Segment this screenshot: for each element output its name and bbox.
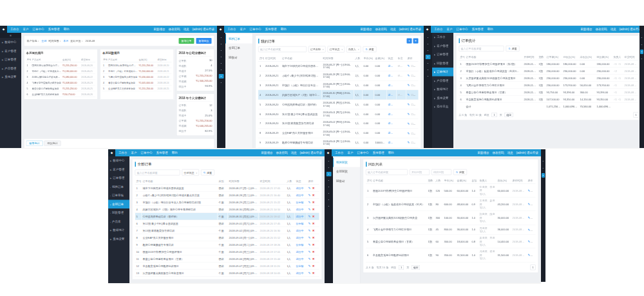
table-row[interactable]: 12 市县教育系统心理教师轮训项目 团训 2018-09-07 [周五] (09… xyxy=(135,263,319,270)
table-row[interactable]: 8 2018-08-19 企业EAP员工关怀服务项目 2018-09-03 [周… xyxy=(258,128,419,138)
edit-icon[interactable]: ✎ xyxy=(408,64,410,68)
topnav-user-item[interactable]: (admin) 退出登录 xyxy=(299,151,322,155)
sidebar-item[interactable]: ▶数据中心 xyxy=(108,156,129,165)
table-row[interactable]: 2 2018-08-21 小组个+青少年(深圳/福田2期)心理成长重点关注营 2… xyxy=(258,71,419,80)
search-button[interactable]: 搜索 xyxy=(201,170,214,176)
module-icon[interactable]: ▪ xyxy=(327,165,332,170)
edit-icon[interactable]: ✎ xyxy=(528,189,531,192)
sidebar-item[interactable]: ▪产品库 xyxy=(108,217,129,227)
edit-icon[interactable]: ✎ xyxy=(308,208,311,211)
customer-filter-link[interactable]: 全部 xyxy=(42,39,47,43)
topnav-user-item[interactable]: 修改密码 xyxy=(375,27,386,32)
submenu-item[interactable]: 我的回款 xyxy=(333,158,360,167)
add-payment-button[interactable]: 新增回款 xyxy=(196,38,212,44)
edit-icon[interactable]: ✎ xyxy=(308,257,311,261)
table-row[interactable]: 8 企业EAP员工关怀服务项目 团训 2018-09-03 [周一] (09:0… xyxy=(135,234,319,241)
module-icon[interactable]: ▪ xyxy=(426,48,431,53)
edit-icon[interactable]: ✎ xyxy=(308,272,311,275)
table-row[interactable]: 5 企业EAP员工关怀服务项目 ¥1,255,256.00 2018-08-25 xyxy=(102,86,172,91)
table-row[interactable]: 6 企业EAP员工关怀服务项目 ¥150,750.00 2018-08-26 xyxy=(26,91,96,97)
topnav-user-item[interactable]: 修改密码 xyxy=(595,27,607,32)
delete-icon[interactable]: ✖ xyxy=(312,236,315,239)
topnav-menu-item[interactable]: 客户 xyxy=(240,27,246,32)
table-row[interactable]: 2 市场行（小组）精英成长心理训练营 ¥1,200,000.00 2018-08… xyxy=(102,68,172,74)
sidebar-item[interactable]: ▪我的订单 xyxy=(108,183,129,192)
edit-icon[interactable]: ✎ xyxy=(308,250,311,254)
sidebar-item[interactable]: ▶数据统计 xyxy=(432,85,453,94)
table-row[interactable]: 3 飞鹰计划中层领导力提升项目 ¥1,030,000.00 2018-08-22 xyxy=(102,74,172,80)
keyword-input[interactable] xyxy=(459,46,504,51)
topnav-menu-item[interactable]: 系统管理 xyxy=(156,151,168,155)
sidebar-item[interactable]: ▶系统设置 xyxy=(432,94,453,103)
sidebar-item[interactable]: ▶操作日志 xyxy=(432,102,453,111)
module-icon[interactable]: ▪ xyxy=(219,80,224,85)
edit-icon[interactable]: ✎ xyxy=(308,236,311,239)
topnav-user-item[interactable]: 消息 xyxy=(507,151,513,155)
audit-icon[interactable]: □ xyxy=(412,93,413,97)
topnav-menu-item[interactable]: 帮助 xyxy=(172,151,178,155)
submenu-item[interactable]: 回收站 xyxy=(225,53,252,62)
topnav-menu-item[interactable]: 帮助 xyxy=(388,151,394,155)
table-row[interactable]: 3 2018年第K1期心理咨询师基础培训 ¥1,080,000.00 2018-… xyxy=(26,74,96,80)
delete-icon[interactable]: ✖ xyxy=(312,243,315,246)
topnav-menu-item[interactable]: 工作台 xyxy=(227,27,236,32)
module-icon[interactable]: ▪ xyxy=(426,35,431,40)
page-number-button[interactable]: 1 xyxy=(634,113,639,118)
table-row[interactable]: 4 飞鹰计划中层领导力心理提升项目 2018-11-26 1期 230,000.… xyxy=(459,82,639,89)
sidebar-item[interactable]: ▶数据统计 xyxy=(108,226,129,235)
edit-icon[interactable]: ✎ xyxy=(308,264,311,268)
sidebar-toggle-icon[interactable]: ≡ xyxy=(0,33,21,38)
table-row[interactable]: 1 国测2018年秋季招生心理测评项目 ¥1,255,256.00 2018-0… xyxy=(26,62,96,68)
module-icon[interactable]: ▪ xyxy=(219,74,224,79)
table-row[interactable]: 4 飞鹰计划中层领导力心理提升项目 1期 45 800.00 36,000.00… xyxy=(366,225,536,235)
filter-select[interactable]: 订单类型▾ xyxy=(308,46,326,53)
table-row[interactable]: 1 国测2018年秋季招生心理测评项目（第2期） 2018-11-25 1期 1… xyxy=(459,60,639,68)
edit-icon[interactable]: ✎ xyxy=(408,122,410,125)
sidebar-item[interactable]: ▶工作台 xyxy=(432,33,453,42)
audit-icon[interactable]: □ xyxy=(412,64,413,68)
filter-select[interactable]: 订单状态▾ xyxy=(328,46,345,53)
topnav-menu-item[interactable]: 订单中心 xyxy=(457,27,468,32)
module-icon[interactable]: ▪ xyxy=(640,57,643,61)
sidebar-item[interactable]: ▶订单管理 xyxy=(108,174,129,183)
edit-icon[interactable]: ✎ xyxy=(308,187,311,190)
edit-icon[interactable]: ✎ xyxy=(528,228,531,231)
table-row[interactable]: 10 国测2018年秋季招生心理测评项目 个测 2018-09-05 [周三] … xyxy=(135,248,319,255)
sidebar-item[interactable]: ▪订单审核 xyxy=(108,191,129,200)
sidebar-item[interactable]: ▶产品管理 xyxy=(0,64,21,73)
edit-icon[interactable]: ✎ xyxy=(408,84,410,87)
sidebar-item[interactable]: ▪回款管理 xyxy=(108,208,129,217)
search-button[interactable]: 搜索 xyxy=(363,46,377,52)
submenu-item[interactable]: 我的订单 xyxy=(225,34,252,44)
topnav-menu-item[interactable]: 客户 xyxy=(447,27,453,32)
audit-icon[interactable]: □ xyxy=(412,122,413,125)
table-row[interactable]: 7 第13期 家庭教育指导师培训 个测 2018-09-02 [周日] (09:… xyxy=(135,227,319,234)
topnav-menu-item[interactable]: 订单中心 xyxy=(357,151,369,155)
audit-icon[interactable]: □ xyxy=(412,141,413,144)
module-icon[interactable]: ▪ xyxy=(327,204,332,208)
topnav-menu-item[interactable]: 系统管理 xyxy=(472,27,484,32)
header-action-button[interactable]: ≡ xyxy=(413,39,419,44)
table-row[interactable]: 4 飞鹰计划中层领导力提升项目 ¥1,008,000.00 2018-08-23 xyxy=(26,80,96,86)
delete-icon[interactable]: ✖ xyxy=(312,264,315,268)
table-row[interactable]: 6 2018-08-20 第12期 青少年EQ夏令营训练营 2018-09-01… xyxy=(258,109,419,119)
edit-icon[interactable]: ✎ xyxy=(408,103,410,106)
app-logo-icon[interactable]: ◆ xyxy=(108,149,115,156)
table-row[interactable]: 9 教师心理健康辅导专项培训 个测 2018-09-04 [周二] (09:00… xyxy=(135,241,319,248)
table-row[interactable]: 5 春蕾公益心理援助基金项目（甘肃） 1期 60 300.00 18,000.0… xyxy=(366,235,536,248)
module-icon[interactable]: ▪ xyxy=(327,178,332,183)
topnav-menu-item[interactable]: 客户 xyxy=(131,151,137,155)
keyword-input[interactable] xyxy=(258,46,307,52)
table-row[interactable]: 7 2018-08-20 第13期 家庭教育指导师培训 2018-09-02 [… xyxy=(258,119,419,129)
edit-icon[interactable]: ✎ xyxy=(308,243,311,246)
start-month-value[interactable]: 2018-08 xyxy=(86,39,95,42)
sidebar-item[interactable]: ▶系统设置 xyxy=(108,235,129,244)
module-icon[interactable]: ▪ xyxy=(426,68,431,72)
edit-icon[interactable]: ✎ xyxy=(308,194,311,197)
table-row[interactable]: 6 市县教育系统心理教师轮训项目 1期 90 350.00 31,500.00 … xyxy=(366,248,536,262)
confirm-button[interactable]: 确定 xyxy=(412,265,420,270)
table-row[interactable]: 9 2018-08-19 教师心理健康辅导专项培训 2018-09-04 [周二… xyxy=(258,138,419,147)
table-row[interactable]: 2 市场行（小组）精英成长心理训练营（杭州） 1期 80 600.00 48,0… xyxy=(366,198,536,211)
submenu-item[interactable]: 回收站 xyxy=(333,176,360,186)
topnav-user-item[interactable]: 刷新缓存 xyxy=(580,27,592,32)
